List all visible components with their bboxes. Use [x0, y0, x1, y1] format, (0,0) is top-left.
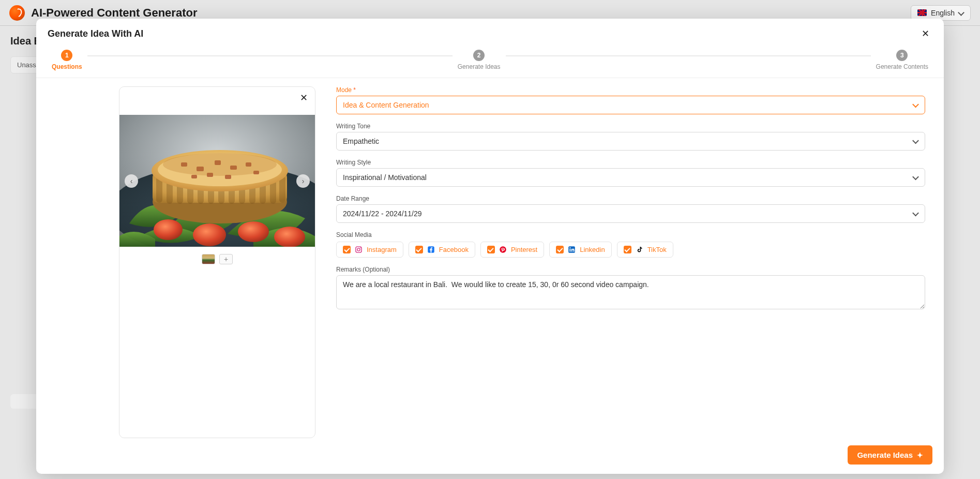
tone-value: Empathetic: [343, 137, 379, 145]
thumbnail-row: +: [119, 254, 315, 264]
tiktok-icon: [636, 246, 643, 253]
svg-point-37: [500, 246, 506, 253]
app-title: AI-Powered Content Generator: [31, 6, 197, 20]
checkbox-checked-icon: [487, 246, 495, 253]
social-label: Linkedin: [580, 246, 605, 253]
tone-field: Writing Tone Empathetic: [336, 123, 925, 151]
carousel-prev-icon[interactable]: ‹: [125, 174, 138, 188]
style-label: Writing Style: [336, 159, 925, 166]
step-badge: 3: [896, 50, 908, 61]
sparkle-icon: ✦: [917, 451, 923, 459]
language-label: English: [931, 9, 955, 17]
step-generate-contents[interactable]: 3 Generate Contents: [876, 50, 928, 70]
pinterest-icon: [499, 246, 507, 253]
language-select[interactable]: English: [911, 5, 971, 21]
app-logo-icon: [9, 5, 25, 21]
tone-select[interactable]: Empathetic: [336, 132, 925, 151]
close-icon[interactable]: ✕: [918, 26, 932, 41]
step-label: Questions: [52, 63, 82, 70]
social-chip-instagram[interactable]: Instagram: [336, 242, 403, 258]
step-line: [87, 55, 453, 56]
svg-point-40: [570, 247, 571, 248]
facebook-icon: [427, 246, 435, 253]
social-chip-facebook[interactable]: Facebook: [409, 242, 475, 258]
remarks-field: Remarks (Optional): [336, 266, 925, 311]
mode-select[interactable]: Idea & Content Generation: [336, 96, 925, 114]
step-label: Generate Ideas: [458, 63, 501, 70]
mode-value: Idea & Content Generation: [343, 101, 429, 109]
generate-ideas-label: Generate Ideas: [857, 451, 913, 459]
carousel-next-icon[interactable]: ›: [296, 174, 310, 188]
svg-point-32: [163, 153, 277, 176]
linkedin-icon: [568, 246, 576, 253]
chevron-down-icon: [913, 139, 918, 144]
step-generate-ideas[interactable]: 2 Generate Ideas: [458, 50, 501, 70]
tone-label: Writing Tone: [336, 123, 925, 130]
svg-point-34: [357, 248, 360, 251]
chevron-down-icon: [913, 211, 918, 216]
svg-point-5: [274, 227, 305, 247]
style-value: Inspirational / Motivational: [343, 173, 427, 182]
date-range-label: Date Range: [336, 195, 925, 202]
flag-uk-icon: [917, 9, 927, 16]
step-badge: 1: [61, 50, 72, 61]
checkbox-checked-icon: [556, 246, 564, 253]
image-upload-card: ✕ ‹: [119, 86, 315, 438]
generate-idea-modal: Generate Idea With AI ✕ 1 Questions 2 Ge…: [36, 19, 944, 474]
social-media-row: Instagram Facebook Pin: [336, 242, 925, 258]
date-range-select[interactable]: 2024/11/22 - 2024/11/29: [336, 204, 925, 223]
modal-title: Generate Idea With AI: [48, 28, 143, 39]
add-thumbnail-button[interactable]: +: [219, 254, 233, 264]
svg-rect-39: [570, 249, 571, 252]
app-header-left: AI-Powered Content Generator: [9, 5, 197, 21]
chevron-down-icon: [913, 102, 918, 108]
mode-field: Mode Idea & Content Generation: [336, 86, 925, 114]
social-label: TikTok: [647, 246, 667, 253]
checkbox-checked-icon: [343, 246, 351, 253]
generate-ideas-button[interactable]: Generate Ideas ✦: [848, 445, 932, 465]
checkbox-checked-icon: [415, 246, 423, 253]
step-label: Generate Contents: [876, 63, 928, 70]
svg-point-35: [360, 247, 361, 248]
chevron-down-icon: [913, 175, 918, 180]
remarks-input[interactable]: [336, 275, 925, 309]
form-pane: Mode Idea & Content Generation Writing T…: [336, 86, 928, 438]
thumbnail-selected[interactable]: [202, 254, 215, 264]
social-media-label: Social Media: [336, 231, 925, 238]
social-label: Pinterest: [511, 246, 537, 253]
modal-body: ✕ ‹: [36, 78, 944, 438]
instagram-icon: [355, 246, 363, 253]
date-range-field: Date Range 2024/11/22 - 2024/11/29: [336, 195, 925, 223]
social-chip-linkedin[interactable]: Linkedin: [549, 242, 611, 258]
social-chip-pinterest[interactable]: Pinterest: [480, 242, 544, 258]
svg-point-4: [238, 221, 269, 242]
date-range-value: 2024/11/22 - 2024/11/29: [343, 209, 422, 218]
step-badge: 2: [473, 50, 485, 61]
svg-point-2: [154, 219, 183, 240]
stepper: 1 Questions 2 Generate Ideas 3 Generate …: [36, 47, 944, 78]
style-field: Writing Style Inspirational / Motivation…: [336, 159, 925, 187]
modal-footer: Generate Ideas ✦: [36, 438, 944, 474]
remove-image-icon[interactable]: ✕: [300, 92, 308, 103]
checkbox-checked-icon: [624, 246, 631, 253]
social-label: Instagram: [367, 246, 397, 253]
modal-header: Generate Idea With AI ✕: [36, 19, 944, 47]
remarks-label: Remarks (Optional): [336, 266, 925, 273]
social-chip-tiktok[interactable]: TikTok: [617, 242, 673, 258]
step-questions[interactable]: 1 Questions: [52, 50, 82, 70]
uploaded-image: [119, 115, 315, 247]
chevron-down-icon: [959, 10, 964, 16]
left-pane: ✕ ‹: [52, 86, 315, 438]
social-label: Facebook: [439, 246, 469, 253]
style-select[interactable]: Inspirational / Motivational: [336, 168, 925, 187]
step-line: [506, 55, 871, 56]
image-carousel: ‹: [119, 115, 315, 247]
social-media-field: Social Media Instagram F: [336, 231, 925, 258]
svg-point-3: [193, 223, 226, 246]
svg-rect-30: [191, 175, 197, 178]
mode-label: Mode: [336, 86, 925, 94]
